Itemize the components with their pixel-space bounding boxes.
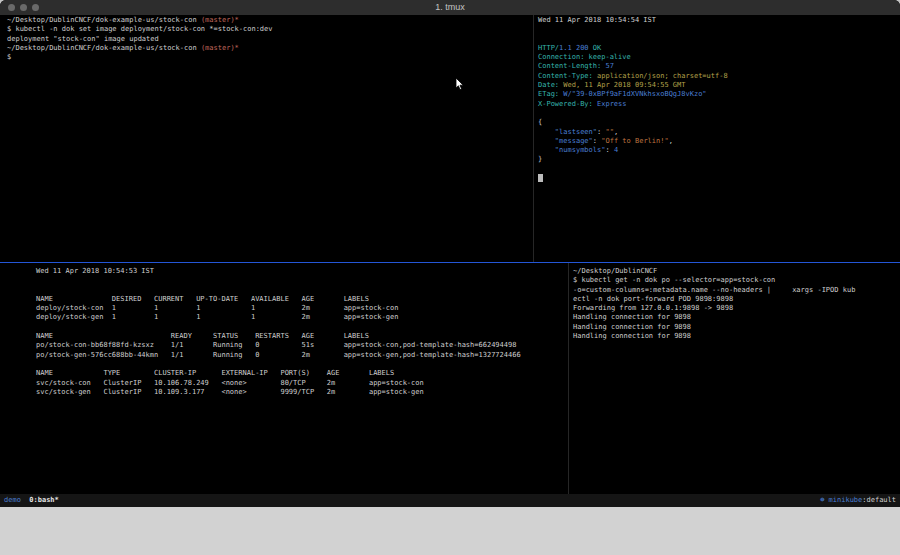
git-branch: (master) [201,44,235,52]
json-body-line: "numsymbols": 4 [538,146,894,155]
kube-namespace: :default [862,496,896,504]
command-line: $ kubectl -n dok set image deployment/st… [7,25,527,34]
json-body-line: "lastseen": "", [538,128,894,137]
blank-line [538,165,894,174]
pane-border-vertical-top[interactable] [533,15,534,262]
prompt-line: ~/Desktop/DublinCNCF [573,267,893,276]
table-row-text: po/stock-gen-576cc688bb-44kmn 1/1 Runnin… [36,351,521,359]
http-header-name: Date: [538,81,559,89]
prompt-char: $ [7,53,11,61]
command-text: ectl -n dok port-forward POD 9898:9898 [573,295,733,303]
http-header-line: ETag: W/"39-0xBPf9aF1dXVNkhsxoBQgJ8vKzo" [538,90,894,99]
tmux-session-name: demo [4,496,21,504]
table-header-text: NAME TYPE CLUSTER-IP EXTERNAL-IP PORT(S)… [36,369,394,377]
svc-table-header: NAME TYPE CLUSTER-IP EXTERNAL-IP PORT(S)… [36,369,564,378]
json-brace-line: } [538,155,894,164]
http-reason: OK [589,44,602,52]
output-text: deployment "stock-con" image updated [7,35,159,43]
json-key: "lastseen" [538,128,597,136]
output-text: Handling connection for 9898 [573,323,691,331]
prompt-line: ~/Desktop/DublinCNCF/dok-example-us/stoc… [7,16,527,25]
json-value: 4 [614,146,618,154]
command-output-line: Handling connection for 9898 [573,313,893,322]
command-line: ectl -n dok port-forward POD 9898:9898 [573,295,893,304]
json-separator: : [593,137,601,145]
pod-table-header: NAME READY STATUS RESTARTS AGE LABELS [36,332,564,341]
table-row-text: deploy/stock-gen 1 1 1 1 2m app=stock-ge… [36,313,398,321]
deploy-table-header: NAME DESIRED CURRENT UP-TO-DATE AVAILABL… [36,295,564,304]
command-output-line: Handling connection for 9898 [573,332,893,341]
http-header-name: ETag: [538,90,559,98]
tmux-terminal: ~/Desktop/DublinCNCF/dok-example-us/stoc… [0,15,900,494]
pane-border-horizontal[interactable] [0,262,900,263]
http-header-value: W/"39-0xBPf9aF1dXVNkhsxoBQgJ8vKzo" [559,90,707,98]
prompt-path: ~/Desktop/DublinCNCF/dok-example-us/stoc… [7,16,201,24]
http-header-line: X-Powered-By: Express [538,100,894,109]
command-output-line: Handling connection for 9898 [573,323,893,332]
pane-top-right[interactable]: Wed 11 Apr 2018 10:54:54 IST HTTP/1.1 20… [538,16,894,183]
blank-line [36,276,564,285]
json-value: "" [605,128,613,136]
output-text: Forwarding from 127.0.0.1:9898 -> 9898 [573,304,733,312]
blank-line [538,25,894,34]
json-comma: , [614,128,618,136]
zoom-window-button[interactable] [32,4,39,11]
http-proto: HTTP/ [538,44,559,52]
desktop-background [0,507,900,555]
pane-bottom-left[interactable]: Wed 11 Apr 2018 10:54:53 IST NAME DESIRE… [36,267,564,397]
svc-table-row: svc/stock-gen ClusterIP 10.109.3.177 <no… [36,388,564,397]
http-header-name: Content-Length: [538,62,601,70]
http-header-value: application/json; charset=utf-8 [593,72,728,80]
pane-border-vertical-bottom[interactable] [568,263,569,494]
http-version-code: 1.1 200 [559,44,589,52]
timestamp-line: Wed 11 Apr 2018 10:54:53 IST [36,267,564,276]
http-header-name: Content-Type: [538,72,593,80]
status-bar-right: ☸ minikube:default [820,494,896,507]
table-row-text: deploy/stock-con 1 1 1 1 2m app=stock-co… [36,304,398,312]
git-branch: (master) [201,16,235,24]
http-header-name: Connection: [538,53,584,61]
timestamp-text: Wed 11 Apr 2018 10:54:54 IST [538,16,656,24]
http-header-value: keep-alive [584,53,630,61]
status-bar-left: demo 0:bash* [4,494,59,507]
tmux-status-bar: demo 0:bash* ☸ minikube:default [0,494,900,507]
pane-top-left[interactable]: ~/Desktop/DublinCNCF/dok-example-us/stoc… [7,16,527,62]
json-value: "Off to Berlin!" [601,137,668,145]
table-row-text: svc/stock-con ClusterIP 10.106.78.249 <n… [36,379,424,387]
minimize-window-button[interactable] [20,4,27,11]
git-dirty-star: * [235,44,239,52]
prompt-line: ~/Desktop/DublinCNCF/dok-example-us/stoc… [7,44,527,53]
json-close-brace: } [538,155,542,163]
tmux-window-item[interactable]: 0:bash* [29,496,59,504]
timestamp-text: Wed 11 Apr 2018 10:54:53 IST [36,267,154,275]
http-header-value: Wed, 11 Apr 2018 09:54:55 GMT [559,81,685,89]
mouse-cursor [455,77,465,91]
svc-table-row: svc/stock-con ClusterIP 10.106.78.249 <n… [36,379,564,388]
command-text: $ kubectl get -n dok po --selector=app=s… [573,276,775,284]
blank-line [36,360,564,369]
blank-line [36,323,564,332]
window-titlebar[interactable]: 1. tmux [0,0,900,16]
traffic-lights [8,4,39,11]
output-text: Handling connection for 9898 [573,332,691,340]
kubernetes-icon: ☸ [820,496,828,504]
table-header-text: NAME READY STATUS RESTARTS AGE LABELS [36,332,369,340]
table-row-text: po/stock-con-bb68f88fd-kzsxz 1/1 Running… [36,341,516,349]
json-key: "numsymbols" [538,146,605,154]
deploy-table-row: deploy/stock-gen 1 1 1 1 2m app=stock-ge… [36,313,564,322]
http-header-value: Express [593,100,627,108]
kube-context: minikube [829,496,863,504]
pane-bottom-right[interactable]: ~/Desktop/DublinCNCF $ kubectl get -n do… [573,267,893,341]
prompt-line: $ [7,53,527,62]
table-header-text: NAME DESIRED CURRENT UP-TO-DATE AVAILABL… [36,295,369,303]
json-comma: , [669,137,673,145]
command-text: -o=custom-columns=:metadata.name --no-he… [573,286,855,294]
command-output-line: Forwarding from 127.0.0.1:9898 -> 9898 [573,304,893,313]
git-dirty-star: * [235,16,239,24]
blank-line [538,35,894,44]
json-brace-line: { [538,118,894,127]
close-window-button[interactable] [8,4,15,11]
http-header-line: Connection: keep-alive [538,53,894,62]
command-line: -o=custom-columns=:metadata.name --no-he… [573,286,893,295]
json-open-brace: { [538,118,542,126]
